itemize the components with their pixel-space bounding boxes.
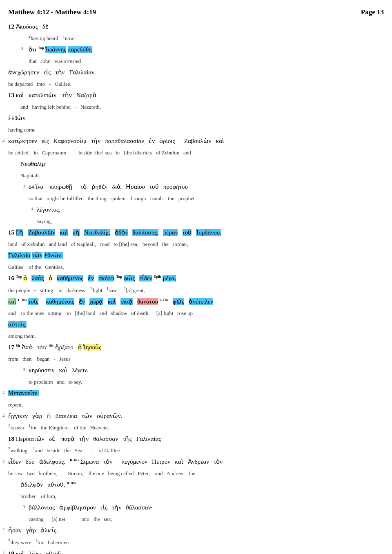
page-title: Matthew 4:12 - Matthew 4:19: [8, 7, 96, 18]
page-number: Page 13: [361, 7, 384, 18]
bible-content: 12 Ἀκούσας δὲ 2having heard 1now 3 ὅτι T…: [8, 22, 384, 554]
